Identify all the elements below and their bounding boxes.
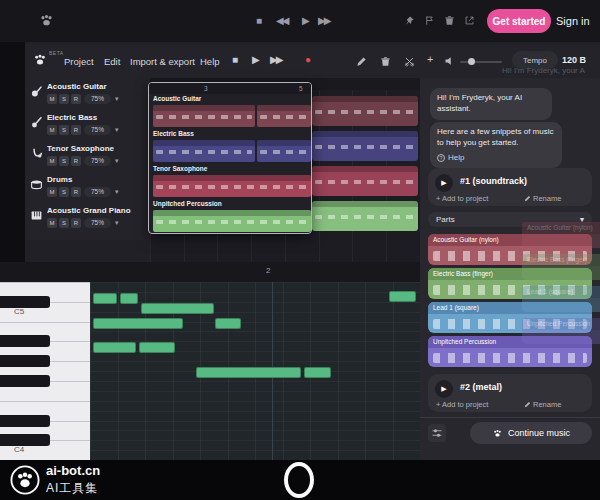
volume-control[interactable]: 75% — [84, 94, 111, 104]
chevron-down-icon[interactable]: ▾ — [115, 125, 119, 135]
piano-key-black[interactable] — [0, 375, 50, 387]
mini-track[interactable]: Tenor Saxophone — [149, 164, 311, 199]
add-to-project-button[interactable]: + Add to project — [436, 400, 488, 409]
trash-icon[interactable] — [380, 56, 391, 67]
part-card[interactable]: Acoustic Guitar (nylon) — [428, 234, 592, 265]
part-name: Unpitched Percussion — [428, 336, 592, 348]
piano-key-black[interactable] — [0, 355, 50, 367]
mini-track[interactable]: Unpitched Percussion — [149, 199, 311, 234]
part-card[interactable]: Lead 1 (square) — [428, 302, 592, 333]
mini-clip[interactable] — [153, 140, 255, 162]
volume-slider[interactable] — [460, 61, 502, 63]
piano-roll-ruler[interactable]: 2 — [0, 262, 420, 282]
volume-control[interactable]: 75% — [84, 156, 111, 166]
mute-button[interactable]: M — [47, 218, 57, 228]
fast-forward-button[interactable]: ▶▶ — [270, 55, 281, 65]
menu-project[interactable]: Project — [64, 56, 94, 67]
settings-sliders-icon[interactable] — [428, 424, 446, 442]
add-icon[interactable]: + — [427, 54, 433, 64]
mute-button[interactable]: M — [47, 94, 57, 104]
chevron-down-icon[interactable]: ▾ — [115, 218, 119, 228]
mini-clip[interactable] — [153, 210, 311, 232]
piano-key-black[interactable] — [0, 415, 50, 427]
solo-button[interactable]: S — [59, 218, 69, 228]
key-label-c4: C4 — [14, 445, 24, 454]
sign-in-link[interactable]: Sign in — [556, 15, 590, 27]
chevron-down-icon[interactable]: ▾ — [115, 156, 119, 166]
fryderyk-logo-icon[interactable] — [38, 12, 55, 29]
fast-forward-icon[interactable]: ▶▶ — [318, 16, 329, 26]
part-card[interactable]: Unpitched Percussion — [428, 336, 592, 367]
track-row[interactable]: Acoustic Grand Piano M S R 75% ▾ — [25, 204, 150, 234]
record-arm-button[interactable]: R — [71, 125, 81, 135]
volume-control[interactable]: 75% — [84, 125, 111, 135]
mini-clip[interactable] — [153, 175, 311, 197]
menu-edit[interactable]: Edit — [104, 56, 120, 67]
record-arm-button[interactable]: R — [71, 218, 81, 228]
rename-button[interactable]: Rename — [524, 400, 561, 409]
mute-button[interactable]: M — [47, 156, 57, 166]
solo-button[interactable]: S — [59, 94, 69, 104]
parts-dropdown[interactable]: Parts ▾ — [428, 212, 592, 227]
pencil-icon[interactable] — [356, 56, 367, 67]
track-row[interactable]: Electric Bass M S R 75% ▾ — [25, 111, 150, 141]
menu-help[interactable]: Help — [200, 56, 220, 67]
piano-key-black[interactable] — [0, 434, 50, 446]
mini-clip[interactable] — [257, 105, 311, 127]
rename-button[interactable]: Rename — [524, 194, 561, 203]
stop-button[interactable]: ■ — [232, 55, 238, 65]
track-row[interactable]: Drums M S R 75% ▾ — [25, 173, 150, 203]
site-header: ■ ◀◀ ▶ ▶▶ Get started Sign in — [0, 0, 600, 42]
chevron-down-icon[interactable]: ▾ — [115, 94, 119, 104]
record-arm-button[interactable]: R — [71, 94, 81, 104]
volume-slider-knob[interactable] — [468, 58, 475, 65]
part-card[interactable]: Electric Bass (finger) — [428, 268, 592, 299]
play-icon[interactable]: ▶ — [302, 16, 310, 26]
solo-button[interactable]: S — [59, 125, 69, 135]
bar-line — [272, 282, 273, 460]
play-icon[interactable]: ▶ — [435, 380, 453, 398]
snippet-preview-window[interactable]: 3 5 Acoustic Guitar Electric Bass Tenor … — [148, 82, 312, 234]
piano-keys[interactable]: C5 C4 — [0, 282, 90, 460]
play-button[interactable]: ▶ — [252, 55, 260, 65]
piano-roll-grid[interactable] — [90, 282, 420, 460]
mini-clip[interactable] — [257, 140, 311, 162]
record-button[interactable]: ● — [305, 55, 311, 65]
app-logo-icon[interactable] — [32, 52, 48, 68]
mini-track[interactable]: Electric Bass — [149, 129, 311, 164]
mute-button[interactable]: M — [47, 187, 57, 197]
rewind-icon[interactable]: ◀◀ — [276, 16, 287, 26]
snippet-card-2[interactable]: ▶ #2 (metal) + Add to project Rename — [428, 374, 592, 412]
play-icon[interactable]: ▶ — [435, 174, 453, 192]
menu-import-export[interactable]: Import & export — [130, 56, 195, 67]
stop-icon[interactable]: ■ — [256, 16, 262, 26]
chevron-down-icon[interactable]: ▾ — [115, 187, 119, 197]
track-row[interactable]: Tenor Saxophone M S R 75% ▾ — [25, 142, 150, 172]
trash-icon[interactable] — [444, 15, 455, 26]
pin-icon[interactable] — [404, 15, 415, 26]
snippet-card-1[interactable]: ▶ #1 (soundtrack) + Add to project Renam… — [428, 168, 592, 206]
saxophone-icon — [30, 147, 43, 160]
record-arm-button[interactable]: R — [71, 187, 81, 197]
help-link[interactable]: ? Help — [437, 153, 555, 164]
mini-track[interactable]: Acoustic Guitar — [149, 94, 311, 129]
piano-key-black[interactable] — [0, 296, 50, 308]
add-to-project-button[interactable]: + Add to project — [436, 194, 488, 203]
piano-key-black[interactable] — [0, 335, 50, 347]
track-row[interactable]: Acoustic Guitar M S R 75% ▾ — [25, 80, 150, 110]
volume-control[interactable]: 75% — [84, 187, 111, 197]
mini-clip[interactable] — [153, 105, 255, 127]
mini-track-name: Unpitched Percussion — [153, 200, 222, 207]
get-started-button[interactable]: Get started — [487, 9, 551, 33]
continue-music-button[interactable]: Continue music — [470, 422, 592, 444]
flag-icon[interactable] — [424, 15, 435, 26]
record-arm-button[interactable]: R — [71, 156, 81, 166]
mute-button[interactable]: M — [47, 125, 57, 135]
solo-button[interactable]: S — [59, 156, 69, 166]
tempo-badge[interactable]: Tempo — [512, 51, 558, 69]
scissors-icon[interactable] — [404, 56, 415, 67]
speaker-icon[interactable] — [444, 55, 456, 67]
volume-control[interactable]: 75% — [84, 218, 111, 228]
solo-button[interactable]: S — [59, 187, 69, 197]
share-icon[interactable] — [464, 15, 475, 26]
